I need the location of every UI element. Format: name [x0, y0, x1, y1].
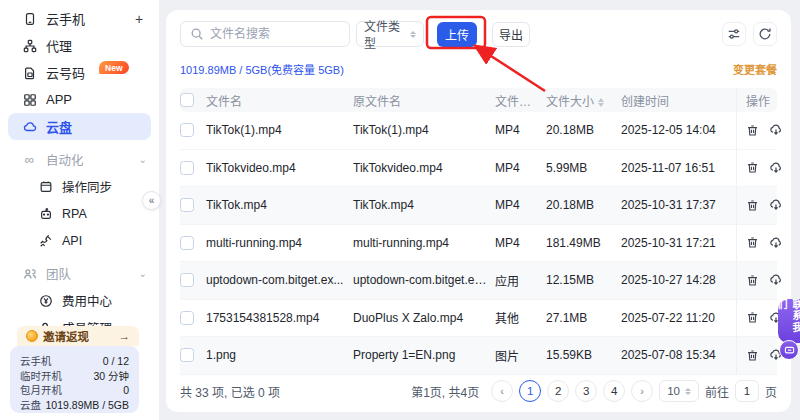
add-cloud-phone-button[interactable]: + [131, 11, 147, 27]
download-icon[interactable] [769, 273, 783, 287]
sidebar-item-rpa[interactable]: RPA [0, 200, 159, 227]
delete-icon[interactable] [746, 236, 759, 249]
table-footer: 共 33 项, 已选 0 项 第1页, 共4页 ‹ 1 2 3 4 › 10 前… [180, 379, 777, 403]
delete-icon[interactable] [746, 349, 759, 362]
page-button-1[interactable]: 1 [519, 380, 541, 402]
chat-bubble-button[interactable] [779, 340, 799, 360]
phone-icon [22, 11, 37, 26]
row-checkbox[interactable] [180, 273, 194, 287]
sidebar-item-cloud-disk[interactable]: 云盘 [8, 113, 151, 140]
chevron-down-icon: ⌄ [139, 154, 147, 165]
file-name: 1.png [206, 348, 353, 362]
new-badge: New [99, 61, 128, 74]
page-button-3[interactable]: 3 [575, 380, 597, 402]
sidebar-group-automation[interactable]: ∞ 自动化 ⌄ [0, 146, 159, 173]
change-plan-link[interactable]: 变更套餐 [733, 61, 777, 77]
stat-label: 包月开机 [20, 383, 62, 398]
caret-updown-icon [410, 31, 416, 38]
file-name: TikTok(1).mp4 [206, 123, 353, 137]
file-created: 2025-07-08 15:34 [621, 348, 736, 362]
file-size: 15.59KB [546, 348, 621, 362]
page-size-select[interactable]: 10 [659, 380, 699, 402]
delete-icon[interactable] [746, 161, 759, 174]
sidebar-item-app[interactable]: APP [0, 86, 159, 113]
contact-widget: 联系我们 [778, 299, 800, 360]
file-created: 2025-12-05 14:04 [621, 123, 736, 137]
automation-icon: ∞ [22, 152, 37, 167]
refresh-button[interactable] [753, 22, 777, 46]
sidebar-item-label: API [62, 234, 82, 248]
stat-value: 0 [123, 383, 129, 398]
arrow-right-icon: → [119, 330, 131, 342]
table-row: 1.png Property 1=EN.png 图片 15.59KB 2025-… [180, 337, 777, 375]
sidebar-item-cloud-number[interactable]: 云号码 New [0, 59, 159, 86]
delete-icon[interactable] [746, 199, 759, 212]
table-row: 1753154381528.mp4 DuoPlus X Zalo.mp4 其他 … [180, 300, 777, 338]
file-original-name: DuoPlus X Zalo.mp4 [353, 311, 495, 325]
coin-icon [26, 330, 38, 342]
app-grid-icon [22, 92, 37, 107]
row-checkbox[interactable] [180, 311, 194, 325]
sidebar-group-team[interactable]: 团队 ⌄ [0, 260, 159, 287]
delete-icon[interactable] [746, 274, 759, 287]
file-original-name: Property 1=EN.png [353, 348, 495, 362]
file-type-select[interactable]: 文件类型 [356, 21, 424, 47]
select-all-checkbox[interactable] [180, 93, 194, 107]
file-size: 27.1MB [546, 311, 621, 325]
prev-page-button[interactable]: ‹ [491, 380, 513, 402]
page-size-value: 10 [667, 385, 680, 397]
column-header-type: 文件类型 [495, 92, 546, 109]
sidebar-item-label: APP [46, 92, 72, 107]
sidebar-item-billing-center[interactable]: 费用中心 [0, 287, 159, 314]
sidebar-collapse-button[interactable]: « [142, 191, 161, 210]
next-page-button[interactable]: › [631, 380, 653, 402]
toolbar: 文件类型 上传 导出 [180, 21, 777, 47]
file-created: 2025-11-07 16:51 [621, 161, 736, 175]
table-row: TikTok(1).mp4 TikTok(1).mp4 MP4 20.18MB … [180, 112, 777, 150]
delete-icon[interactable] [746, 124, 759, 137]
file-name: uptodown-com.bitget.ex... [206, 273, 353, 287]
sidebar-item-proxy[interactable]: 代理 [0, 32, 159, 59]
stat-row: 包月开机0 [20, 383, 129, 398]
sidebar-item-label: 代理 [46, 36, 72, 55]
file-original-name: TikTok.mp4 [353, 198, 495, 212]
goto-label: 前往 [705, 383, 729, 400]
file-size: 20.18MB [546, 198, 621, 212]
sidebar-item-cloud-phone[interactable]: 云手机 + [0, 5, 159, 32]
goto-page-input[interactable] [735, 380, 759, 402]
file-type: 图片 [495, 347, 546, 364]
row-checkbox[interactable] [180, 348, 194, 362]
file-table-body: TikTok(1).mp4 TikTok(1).mp4 MP4 20.18MB … [180, 112, 777, 375]
contact-us-label: 联系我们 [774, 299, 800, 343]
file-size: 12.15MB [546, 273, 621, 287]
invite-cashback-label: 邀请返现 [43, 328, 89, 344]
file-created: 2025-10-31 17:21 [621, 236, 736, 250]
transfer-list-button[interactable] [722, 22, 746, 46]
upload-button[interactable]: 上传 [437, 22, 477, 47]
row-checkbox[interactable] [180, 123, 194, 137]
pagination: 第1页, 共4页 ‹ 1 2 3 4 › 10 前往 页 [411, 380, 777, 402]
column-header-created: 创建时间 [621, 92, 736, 109]
invite-cashback-button[interactable]: 邀请返现 → [17, 326, 139, 346]
row-checkbox[interactable] [180, 198, 194, 212]
stat-row: 云手机0 / 12 [20, 354, 129, 369]
export-button[interactable]: 导出 [492, 22, 530, 47]
search-input[interactable] [210, 27, 341, 41]
row-checkbox[interactable] [180, 236, 194, 250]
page-button-4[interactable]: 4 [603, 380, 625, 402]
collapse-icon: « [149, 195, 155, 206]
download-icon[interactable] [769, 161, 783, 175]
download-icon[interactable] [769, 123, 783, 137]
row-checkbox[interactable] [180, 161, 194, 175]
sidebar-item-api[interactable]: API [0, 227, 159, 254]
page-info: 第1页, 共4页 [411, 383, 479, 400]
contact-us-button[interactable]: 联系我们 [778, 299, 800, 343]
sidebar-item-operation-sync[interactable]: 操作同步 [0, 173, 159, 200]
column-header-size[interactable]: 文件大小 [546, 92, 621, 109]
download-icon[interactable] [769, 236, 783, 250]
sliders-icon [727, 27, 741, 41]
delete-icon[interactable] [746, 311, 759, 324]
table-header: 文件名 原文件名 文件类型 文件大小 创建时间 操作 [180, 88, 777, 112]
page-button-2[interactable]: 2 [547, 380, 569, 402]
download-icon[interactable] [769, 198, 783, 212]
